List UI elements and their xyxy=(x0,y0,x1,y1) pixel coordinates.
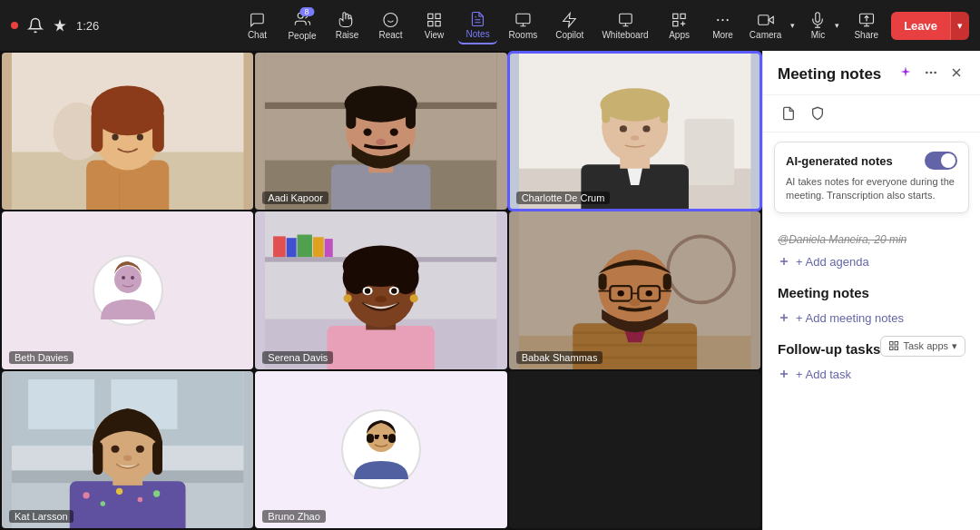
more-options-icon[interactable] xyxy=(922,64,940,85)
panel-tabs xyxy=(763,95,980,132)
svg-rect-116 xyxy=(70,481,186,528)
top-bar: 1:26 Chat 8 People Raise React Vie xyxy=(0,0,980,51)
sparkle-icon xyxy=(53,18,67,33)
svg-point-21 xyxy=(721,18,723,20)
add-notes-label: + Add meeting notes xyxy=(796,311,904,325)
svg-rect-14 xyxy=(619,14,632,24)
svg-point-22 xyxy=(727,18,729,20)
svg-rect-4 xyxy=(428,14,433,18)
toolbar-rooms[interactable]: Rooms xyxy=(502,8,545,44)
svg-point-137 xyxy=(926,72,928,74)
toolbar-apps[interactable]: Apps xyxy=(660,8,700,44)
svg-rect-149 xyxy=(895,347,898,350)
video-cell-3: Charlotte De Crum xyxy=(509,53,760,210)
meeting-notes-heading: Meeting notes xyxy=(778,285,965,300)
svg-rect-132 xyxy=(388,434,396,443)
people-badge: 8 xyxy=(299,7,314,16)
svg-point-136 xyxy=(383,436,387,439)
toolbar-react[interactable]: React xyxy=(371,8,411,44)
svg-point-1 xyxy=(384,13,397,26)
toolbar-view[interactable]: View xyxy=(415,8,455,44)
call-timer: 1:26 xyxy=(76,19,99,33)
record-dot xyxy=(11,22,18,29)
toolbar-copilot[interactable]: Copilot xyxy=(548,8,591,44)
svg-point-108 xyxy=(645,290,652,296)
svg-rect-146 xyxy=(890,342,894,346)
ai-notes-toggle[interactable] xyxy=(925,152,957,170)
side-panel-header: Meeting notes xyxy=(763,51,980,95)
toolbar-notes[interactable]: Notes xyxy=(458,7,498,44)
task-apps-chevron-icon: ▾ xyxy=(952,340,957,352)
share-button[interactable]: Share xyxy=(848,8,884,44)
svg-point-20 xyxy=(717,18,719,20)
svg-point-83 xyxy=(344,295,352,303)
svg-point-37 xyxy=(112,133,118,140)
tab-shield-icon[interactable] xyxy=(807,103,828,128)
svg-marker-23 xyxy=(769,16,773,24)
add-meeting-notes-button[interactable]: + Add meeting notes xyxy=(778,306,965,330)
toolbar-people[interactable]: 8 People xyxy=(280,7,323,44)
svg-point-87 xyxy=(365,289,370,294)
tab-notes-icon[interactable] xyxy=(778,103,799,128)
svg-rect-73 xyxy=(287,239,297,258)
video-cell-5: Serena Davis xyxy=(255,211,506,368)
svg-point-89 xyxy=(376,296,387,302)
video-cell-8: Bruno Zhao xyxy=(255,371,506,528)
toolbar-whiteboard[interactable]: Whiteboard xyxy=(594,8,655,44)
side-panel: Meeting notes xyxy=(762,51,980,530)
followup-heading: Follow-up tasks xyxy=(778,341,880,357)
participant-label-charlotte: Charlotte De Crum xyxy=(516,191,611,204)
camera-button[interactable]: Camera xyxy=(744,8,788,44)
mic-chevron-icon[interactable]: ▾ xyxy=(833,21,841,30)
svg-point-119 xyxy=(116,487,122,494)
leave-chevron-button[interactable]: ▾ xyxy=(950,12,969,40)
svg-rect-10 xyxy=(516,14,530,24)
video-cell-7: Kat Larsson xyxy=(2,371,253,528)
ai-notes-row: AI-generated notes xyxy=(786,152,957,170)
svg-rect-147 xyxy=(895,342,898,346)
toolbar-raise[interactable]: Raise xyxy=(328,8,368,44)
leave-button[interactable]: Leave xyxy=(891,12,950,40)
mic-group: Mic ▾ xyxy=(804,8,841,44)
add-agenda-button[interactable]: + Add agenda xyxy=(778,250,965,274)
ai-notes-description: AI takes notes for everyone during the m… xyxy=(786,175,957,203)
camera-label: Camera xyxy=(750,30,782,40)
sparkle-panel-icon[interactable] xyxy=(897,64,915,85)
svg-rect-61 xyxy=(660,104,668,123)
camera-chevron-icon[interactable]: ▾ xyxy=(789,21,797,30)
svg-rect-148 xyxy=(890,347,894,350)
close-panel-button[interactable] xyxy=(947,64,965,85)
svg-point-118 xyxy=(101,501,105,505)
svg-rect-54 xyxy=(684,119,734,185)
svg-rect-17 xyxy=(673,21,678,25)
leave-group: Leave ▾ xyxy=(891,12,969,40)
mic-button[interactable]: Mic xyxy=(804,8,831,44)
video-cell-9 xyxy=(509,371,760,528)
add-agenda-label: + Add agenda xyxy=(796,255,869,269)
svg-point-63 xyxy=(642,125,650,132)
svg-point-62 xyxy=(619,125,626,132)
svg-rect-24 xyxy=(758,15,768,25)
svg-point-120 xyxy=(138,496,142,501)
share-label: Share xyxy=(854,30,878,40)
panel-actions xyxy=(897,64,965,85)
panel-content: @Daniela Maneira, 20 min + Add agenda Me… xyxy=(763,222,980,530)
svg-point-109 xyxy=(629,299,641,307)
svg-point-117 xyxy=(83,492,89,498)
svg-rect-77 xyxy=(328,326,436,368)
toolbar-more[interactable]: More xyxy=(703,8,743,44)
camera-group: Camera ▾ xyxy=(744,8,798,44)
svg-rect-7 xyxy=(436,21,440,25)
video-cell-4: Beth Davies xyxy=(2,211,253,368)
svg-point-121 xyxy=(153,490,160,496)
participant-label-beth: Beth Davies xyxy=(9,351,74,364)
participant-label-aadi: Aadi Kapoor xyxy=(262,191,328,204)
toolbar-chat[interactable]: Chat xyxy=(237,8,277,44)
svg-rect-100 xyxy=(598,274,606,290)
toolbar: Chat 8 People Raise React View Notes xyxy=(237,7,742,44)
add-task-button[interactable]: + Add task xyxy=(778,362,965,387)
main-content: Aadi Kapoor xyxy=(0,51,980,530)
svg-point-84 xyxy=(410,295,418,303)
svg-rect-125 xyxy=(152,441,162,474)
task-apps-button[interactable]: Task apps ▾ xyxy=(880,336,965,357)
